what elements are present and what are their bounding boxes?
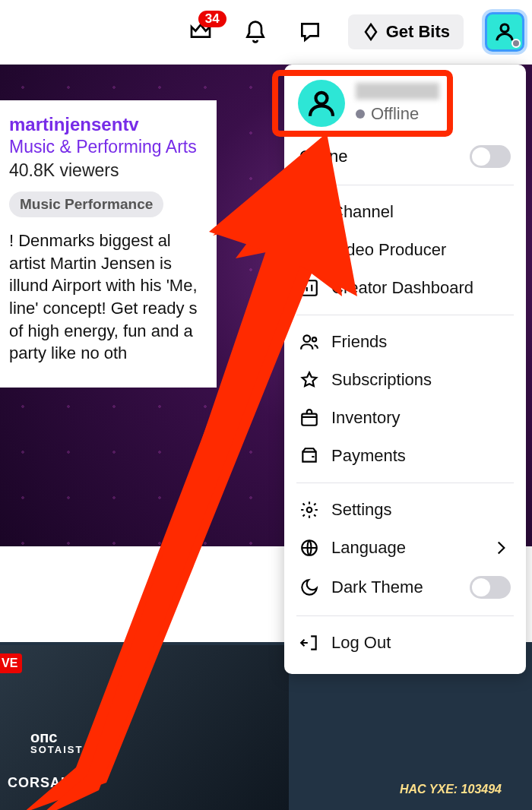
menu-label: Inventory	[331, 408, 401, 428]
stream-counter-text: HAC YXE: 103494	[400, 783, 502, 796]
sponsor-logo-text: CORSAIR	[8, 775, 76, 791]
live-badge: VE	[0, 653, 22, 673]
box-icon	[299, 408, 319, 428]
username-blurred	[356, 83, 439, 100]
menu-item-friends[interactable]: Friends	[284, 323, 526, 361]
wallet-icon	[299, 446, 319, 466]
online-toggle[interactable]	[470, 145, 511, 168]
viewer-count: 40.8K viewers	[9, 160, 204, 181]
svg-point-0	[501, 24, 508, 32]
online-toggle-row: Online	[284, 138, 526, 177]
menu-item-logout[interactable]: Log Out	[284, 624, 526, 662]
menu-item-creator-dashboard[interactable]: Creator Dashboard	[284, 269, 526, 307]
gear-icon	[299, 500, 319, 520]
menu-label: Friends	[331, 332, 387, 352]
svg-point-1	[316, 93, 328, 104]
menu-item-channel[interactable]: Channel	[284, 193, 526, 231]
svg-rect-2	[302, 207, 312, 217]
camera-icon	[299, 202, 319, 222]
svg-point-3	[302, 246, 305, 249]
menu-item-language[interactable]: Language	[284, 529, 526, 567]
status-indicator	[511, 39, 521, 48]
dark-theme-toggle[interactable]	[470, 576, 511, 599]
user-icon	[306, 88, 337, 119]
stream-description: ! Denmarks biggest al artist Martin Jens…	[9, 229, 204, 365]
menu-label: Video Producer	[331, 240, 446, 260]
logout-icon	[299, 633, 319, 653]
presence-status: Offline	[356, 104, 439, 124]
menu-label: Dark Theme	[331, 577, 423, 597]
svg-point-7	[303, 335, 310, 342]
menu-label: Channel	[331, 202, 394, 222]
channel-name[interactable]: martinjensentv	[9, 114, 204, 135]
chevron-right-icon	[491, 538, 511, 558]
sliders-icon	[299, 240, 319, 260]
bell-icon	[243, 20, 268, 44]
bits-icon	[362, 23, 380, 41]
moon-icon	[299, 577, 319, 597]
menu-label: Creator Dashboard	[331, 278, 473, 298]
menu-label: Subscriptions	[331, 370, 432, 390]
stream-overlay-text: опс SOTAIST	[30, 729, 83, 755]
menu-item-inventory[interactable]: Inventory	[284, 399, 526, 437]
avatar	[298, 80, 345, 127]
online-label: Online	[299, 147, 348, 166]
dashboard-icon	[299, 278, 319, 298]
prime-loot-button[interactable]: 34	[184, 15, 217, 49]
menu-label: Log Out	[331, 633, 391, 653]
globe-icon	[299, 538, 319, 558]
star-icon	[299, 370, 319, 390]
friends-icon	[299, 332, 319, 352]
svg-point-8	[312, 337, 316, 341]
menu-item-settings[interactable]: Settings	[284, 491, 526, 529]
svg-point-10	[307, 508, 312, 513]
topbar: 34 Get Bits	[0, 0, 532, 65]
menu-label: Settings	[331, 500, 392, 520]
channel-info-card: martinjensentv Music & Performing Arts 4…	[0, 100, 217, 388]
svg-rect-6	[302, 280, 317, 296]
svg-rect-9	[302, 414, 317, 426]
stream-tag[interactable]: Music Performance	[9, 191, 163, 217]
get-bits-button[interactable]: Get Bits	[348, 14, 464, 49]
menu-header: Offline	[284, 74, 526, 138]
notifications-button[interactable]	[239, 15, 272, 49]
notification-badge: 34	[198, 11, 226, 27]
chat-icon	[298, 20, 322, 44]
status-label: Offline	[371, 104, 419, 124]
menu-label: Payments	[331, 446, 406, 466]
user-dropdown-menu: Offline Online Channel Video Producer Cr…	[284, 65, 526, 674]
menu-item-payments[interactable]: Payments	[284, 437, 526, 475]
menu-label: Language	[331, 538, 406, 558]
whispers-button[interactable]	[293, 15, 327, 49]
get-bits-label: Get Bits	[386, 22, 450, 42]
user-menu-button[interactable]	[485, 12, 524, 52]
channel-category[interactable]: Music & Performing Arts	[9, 137, 204, 157]
status-dot	[356, 109, 365, 119]
menu-item-dark-theme: Dark Theme	[284, 567, 526, 608]
menu-item-video-producer[interactable]: Video Producer	[284, 231, 526, 269]
svg-point-5	[313, 244, 316, 247]
menu-item-subscriptions[interactable]: Subscriptions	[284, 361, 526, 399]
svg-point-4	[308, 251, 311, 254]
